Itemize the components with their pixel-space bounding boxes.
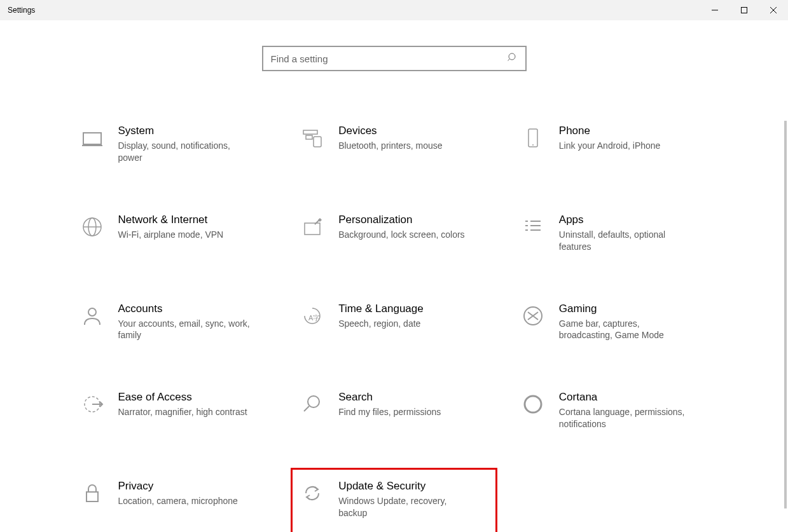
- tile-desc: Link your Android, iPhone: [559, 140, 661, 152]
- maximize-icon: [741, 7, 747, 13]
- tile-text: Update & SecurityWindows Update, recover…: [338, 480, 472, 519]
- window-title: Settings: [8, 6, 35, 15]
- tile-desc: Display, sound, notifications, power: [118, 140, 252, 164]
- titlebar-controls: [700, 0, 788, 20]
- scrollbar[interactable]: [784, 121, 787, 508]
- tile-system[interactable]: SystemDisplay, sound, notifications, pow…: [76, 122, 272, 167]
- tile-search[interactable]: SearchFind my files, permissions: [296, 388, 492, 433]
- tile-accounts[interactable]: AccountsYour accounts, email, sync, work…: [76, 300, 272, 344]
- tile-title: Accounts: [118, 303, 252, 315]
- tile-text: AppsUninstall, defaults, optional featur…: [559, 214, 693, 253]
- cortana-icon: [520, 391, 546, 418]
- close-icon: [770, 7, 777, 13]
- minimize-button[interactable]: [700, 0, 729, 20]
- tile-title: Personalization: [338, 214, 464, 226]
- time-icon: [299, 303, 326, 329]
- tile-title: System: [118, 125, 252, 137]
- tile-title: Search: [338, 391, 441, 404]
- network-icon: [79, 214, 106, 240]
- apps-icon: [520, 214, 546, 240]
- tile-desc: Background, lock screen, colors: [338, 229, 464, 241]
- personalization-icon: [299, 214, 326, 240]
- tile-text: PrivacyLocation, camera, microphone: [118, 480, 238, 507]
- devices-icon: [299, 125, 326, 151]
- search-icon: [299, 391, 326, 418]
- tile-title: Privacy: [118, 480, 238, 493]
- ease-icon: [79, 391, 106, 418]
- tile-update[interactable]: Update & SecurityWindows Update, recover…: [296, 474, 492, 531]
- tile-gaming[interactable]: GamingGame bar, captures, broadcasting, …: [517, 300, 712, 344]
- maximize-button[interactable]: [729, 0, 759, 20]
- tile-desc: Windows Update, recovery, backup: [338, 495, 472, 519]
- tile-text: SystemDisplay, sound, notifications, pow…: [118, 125, 252, 164]
- minimize-icon: [712, 7, 718, 13]
- tile-title: Network & Internet: [118, 214, 224, 226]
- tile-ease[interactable]: Ease of AccessNarrator, magnifier, high …: [76, 388, 272, 433]
- search-input[interactable]: [271, 53, 508, 64]
- tile-text: PhoneLink your Android, iPhone: [559, 125, 661, 152]
- tile-privacy[interactable]: PrivacyLocation, camera, microphone: [76, 477, 272, 531]
- tile-phone[interactable]: PhoneLink your Android, iPhone: [517, 122, 712, 167]
- svg-line-6: [508, 59, 509, 61]
- tile-text: CortanaCortana language, permissions, no…: [559, 391, 693, 430]
- settings-grid: SystemDisplay, sound, notifications, pow…: [70, 122, 719, 531]
- update-icon: [299, 480, 326, 507]
- search-wrapper: [0, 46, 788, 71]
- tile-text: PersonalizationBackground, lock screen, …: [338, 214, 464, 241]
- tile-text: Ease of AccessNarrator, magnifier, high …: [118, 391, 247, 418]
- gaming-icon: [520, 303, 546, 329]
- tile-desc: Speech, region, date: [338, 318, 424, 330]
- tile-cortana[interactable]: CortanaCortana language, permissions, no…: [517, 388, 712, 433]
- tile-title: Devices: [338, 125, 442, 137]
- tile-desc: Game bar, captures, broadcasting, Game M…: [559, 318, 693, 342]
- tile-desc: Location, camera, microphone: [118, 495, 238, 507]
- tile-title: Cortana: [559, 391, 693, 404]
- tile-text: Network & InternetWi-Fi, airplane mode, …: [118, 214, 224, 241]
- content-area: SystemDisplay, sound, notifications, pow…: [0, 20, 788, 531]
- tile-desc: Narrator, magnifier, high contrast: [118, 406, 247, 418]
- svg-line-5: [509, 54, 515, 59]
- tile-text: GamingGame bar, captures, broadcasting, …: [559, 303, 693, 342]
- phone-icon: [520, 125, 546, 151]
- tile-title: Time & Language: [338, 303, 424, 315]
- accounts-icon: [79, 303, 106, 329]
- tile-title: Update & Security: [338, 480, 472, 493]
- tile-title: Apps: [559, 214, 693, 226]
- tile-desc: Bluetooth, printers, mouse: [338, 140, 442, 152]
- tile-personalization[interactable]: PersonalizationBackground, lock screen, …: [296, 211, 492, 256]
- close-button[interactable]: [759, 0, 788, 20]
- tile-text: SearchFind my files, permissions: [338, 391, 441, 418]
- tile-title: Phone: [559, 125, 661, 137]
- tile-text: AccountsYour accounts, email, sync, work…: [118, 303, 252, 342]
- tile-title: Ease of Access: [118, 391, 247, 404]
- tile-desc: Wi-Fi, airplane mode, VPN: [118, 229, 224, 241]
- tile-apps[interactable]: AppsUninstall, defaults, optional featur…: [517, 211, 712, 256]
- tile-desc: Find my files, permissions: [338, 406, 441, 418]
- search-icon: [508, 52, 518, 65]
- tile-desc: Cortana language, permissions, notificat…: [559, 406, 693, 430]
- tile-title: Gaming: [559, 303, 693, 315]
- search-box[interactable]: [262, 46, 527, 71]
- system-icon: [79, 125, 106, 151]
- privacy-icon: [79, 480, 106, 507]
- tile-network[interactable]: Network & InternetWi-Fi, airplane mode, …: [76, 211, 272, 256]
- tile-text: Time & LanguageSpeech, region, date: [338, 303, 424, 330]
- tile-desc: Uninstall, defaults, optional features: [559, 229, 693, 253]
- titlebar: Settings: [0, 0, 788, 20]
- tile-desc: Your accounts, email, sync, work, family: [118, 318, 252, 342]
- svg-rect-1: [742, 8, 747, 13]
- tile-devices[interactable]: DevicesBluetooth, printers, mouse: [296, 122, 492, 167]
- tile-time[interactable]: Time & LanguageSpeech, region, date: [296, 300, 492, 344]
- tile-text: DevicesBluetooth, printers, mouse: [338, 125, 442, 152]
